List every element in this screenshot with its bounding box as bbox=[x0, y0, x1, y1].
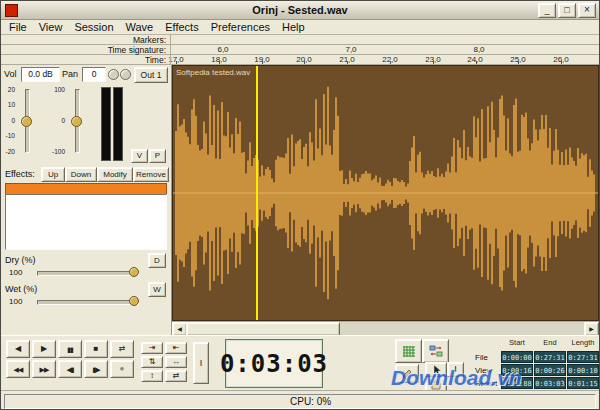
menu-wave[interactable]: Wave bbox=[120, 21, 160, 33]
scroll-right-button[interactable]: ▶ bbox=[584, 322, 599, 336]
status-field: CPU: 0% bbox=[4, 394, 596, 409]
row-label-view: View bbox=[475, 364, 500, 376]
horizontal-fit-tool-button[interactable]: ↔ bbox=[165, 356, 187, 368]
select-end-value: 0:03:03 bbox=[534, 377, 566, 389]
scrollbar-thumb[interactable] bbox=[186, 322, 340, 336]
vol-scale: -10 bbox=[1, 132, 15, 139]
waveform-area[interactable]: Softpedia tested.wav bbox=[172, 65, 599, 321]
cursor-arrow-icon bbox=[431, 364, 442, 376]
close-button[interactable]: × bbox=[578, 3, 596, 18]
grid-icon bbox=[402, 345, 416, 358]
dry-label: Dry (%) bbox=[5, 255, 36, 265]
swap-tool-button[interactable]: ⇄ bbox=[165, 370, 187, 382]
edit-tools: ⇥ ⇤ ⇅ ↔ ↕ ⇄ bbox=[141, 342, 187, 382]
dry-slider-track[interactable] bbox=[37, 271, 139, 276]
effect-modify-button[interactable]: Modify bbox=[97, 167, 133, 182]
column-header-end: End bbox=[534, 338, 566, 350]
time-ruler[interactable]: Time: 17,0 18,0 19,0 20,0 21,0 22,0 23,0… bbox=[1, 55, 599, 65]
out-button[interactable]: Out 1 bbox=[134, 67, 168, 83]
menu-bar: File View Session Wave Effects Preferenc… bbox=[1, 20, 599, 35]
status-bar: CPU: 0% bbox=[1, 390, 599, 410]
cursor-tool-button[interactable] bbox=[425, 362, 447, 377]
wet-value: 100 bbox=[9, 297, 22, 306]
wet-button[interactable]: W bbox=[148, 282, 166, 297]
stop-button[interactable]: ■ bbox=[84, 340, 108, 358]
stretch-tool-button[interactable]: ↕ bbox=[141, 370, 163, 382]
minimize-button[interactable]: _ bbox=[538, 3, 556, 18]
scroll-left-button[interactable]: ◀ bbox=[172, 322, 187, 336]
cpu-status: CPU: 0% bbox=[290, 396, 331, 407]
volume-slider-thumb[interactable] bbox=[21, 116, 32, 127]
fast-forward-button[interactable]: ▶▶ bbox=[32, 360, 56, 378]
meter-knob-left[interactable] bbox=[108, 69, 119, 80]
pan-value-field[interactable]: 0 bbox=[82, 67, 106, 82]
go-to-end-button[interactable]: ▮▶ bbox=[84, 360, 108, 378]
chain-arrows-icon bbox=[429, 345, 443, 357]
waveform-svg[interactable] bbox=[173, 66, 598, 320]
effect-down-button[interactable]: Down bbox=[65, 167, 97, 182]
score-view-button[interactable] bbox=[395, 339, 422, 363]
pencil-icon bbox=[401, 368, 413, 380]
clip-name: Softpedia tested.wav bbox=[176, 68, 250, 77]
vol-scale: 20 bbox=[1, 86, 15, 93]
effect-up-button[interactable]: Up bbox=[41, 167, 65, 182]
transport-controls: ◀ ▶ ▮▮ ■ ⇄ ◀◀ ▶▶ ◀▮ ▮▶ ● bbox=[6, 340, 134, 378]
vol-label: Vol bbox=[4, 69, 17, 79]
pan-slider-thumb[interactable] bbox=[71, 116, 82, 127]
v-button[interactable]: V bbox=[131, 149, 148, 163]
menu-preferences[interactable]: Preferences bbox=[205, 21, 276, 33]
select-start-value: 0:01:88 bbox=[501, 377, 533, 389]
snap-end-tool-button[interactable]: ⇥ bbox=[141, 342, 163, 354]
playhead[interactable] bbox=[256, 66, 258, 320]
dry-slider-thumb[interactable] bbox=[129, 267, 139, 277]
vertical-zoom-control[interactable]: I bbox=[193, 342, 209, 384]
rewind-button[interactable]: ◀◀ bbox=[6, 360, 30, 378]
wet-slider-thumb[interactable] bbox=[129, 296, 139, 306]
time-display: 0:03:03 bbox=[225, 339, 323, 388]
vol-scale: -20 bbox=[1, 148, 15, 155]
ruler-divider bbox=[170, 35, 171, 65]
vu-meter-left bbox=[101, 87, 111, 161]
wet-slider-track[interactable] bbox=[37, 300, 139, 305]
hand-icon bbox=[429, 379, 443, 390]
orinj-window: { "window": {"title": "Orinj - Sested.wa… bbox=[0, 0, 600, 410]
file-start-value: 0:00:00 bbox=[501, 351, 533, 363]
effect-remove-button[interactable]: Remove bbox=[133, 167, 169, 182]
markers-label: Markers: bbox=[133, 35, 166, 45]
pause-button[interactable]: ▮▮ bbox=[58, 340, 82, 358]
pan-label: Pan bbox=[62, 69, 78, 79]
menu-effects[interactable]: Effects bbox=[159, 21, 204, 33]
sequence-button[interactable] bbox=[422, 339, 449, 363]
horizontal-scrollbar[interactable]: ◀ ▶ bbox=[172, 321, 599, 335]
time-label: Time: bbox=[145, 55, 166, 65]
markers-ruler: Markers: bbox=[1, 35, 599, 45]
menu-view[interactable]: View bbox=[33, 21, 69, 33]
dry-button[interactable]: D bbox=[148, 253, 166, 268]
row-label-select: Select bbox=[475, 377, 500, 389]
maximize-button[interactable]: □ bbox=[558, 3, 576, 18]
play-button[interactable]: ▶ bbox=[32, 340, 56, 358]
view-end-value: 0:00:26 bbox=[534, 364, 566, 376]
pencil-tool-button[interactable] bbox=[395, 364, 419, 383]
menu-help[interactable]: Help bbox=[276, 21, 311, 33]
ibeam-tool-button[interactable]: I bbox=[447, 362, 464, 377]
menu-file[interactable]: File bbox=[3, 21, 33, 33]
meter-knob-right[interactable] bbox=[120, 69, 131, 80]
loop-play-button[interactable]: ⇄ bbox=[110, 340, 134, 358]
time-signature-label: Time signature: bbox=[108, 45, 166, 55]
menu-session[interactable]: Session bbox=[68, 21, 119, 33]
snap-start-tool-button[interactable]: ⇤ bbox=[165, 342, 187, 354]
view-start-value: 0:00:16 bbox=[501, 364, 533, 376]
go-to-start-button[interactable]: ◀▮ bbox=[58, 360, 82, 378]
record-button[interactable]: ● bbox=[110, 360, 134, 378]
ruler-ticks bbox=[176, 61, 599, 64]
step-back-button[interactable]: ◀ bbox=[6, 340, 30, 358]
pan-scale: 100 bbox=[45, 86, 65, 93]
time-signature-ruler: Time signature: 6,0 7,0 8,0 bbox=[1, 45, 599, 55]
vol-value-field[interactable]: 0.0 dB bbox=[21, 67, 60, 82]
vertical-fit-tool-button[interactable]: ⇅ bbox=[141, 356, 163, 368]
table-corner bbox=[475, 338, 500, 350]
p-button[interactable]: P bbox=[149, 149, 166, 163]
effects-list[interactable] bbox=[5, 194, 167, 250]
track-panel: Vol 0.0 dB Pan 0 Out 1 20 10 0 -10 -20 1… bbox=[1, 65, 172, 335]
